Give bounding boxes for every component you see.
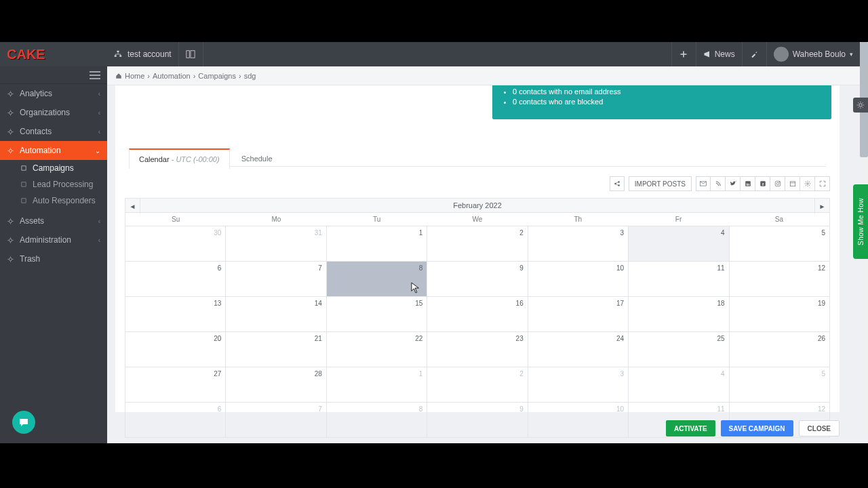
calendar-cell[interactable]: 5: [730, 367, 830, 403]
calendar-cell[interactable]: 7: [226, 403, 326, 438]
tab-calendar[interactable]: Calendar - UTC (-00:00): [129, 148, 230, 169]
calendar-cell[interactable]: 21: [226, 332, 326, 367]
calendar-day-number: 16: [516, 300, 524, 307]
calendar-cell[interactable]: 1: [327, 226, 427, 262]
activate-button[interactable]: ACTIVATE: [666, 420, 715, 436]
account-switcher[interactable]: test account: [107, 42, 179, 66]
calendar-day-number: 26: [818, 335, 825, 342]
svg-rect-0: [117, 51, 119, 52]
calendar-cell[interactable]: 2: [427, 226, 528, 262]
calendar-cell[interactable]: 6: [125, 262, 226, 297]
logo-text: CAKE: [7, 47, 45, 62]
avatar: [774, 47, 789, 62]
calendar-cell[interactable]: 19: [730, 297, 830, 332]
calendar-cell[interactable]: 30: [125, 226, 226, 262]
calendar-cell[interactable]: 10: [528, 262, 629, 297]
tools-button[interactable]: [742, 42, 766, 66]
close-button[interactable]: CLOSE: [799, 420, 840, 436]
calendar-cell[interactable]: 25: [629, 332, 729, 367]
sidebar-item-analytics[interactable]: Analytics‹: [0, 84, 107, 103]
calendar-cell[interactable]: 20: [125, 332, 226, 367]
tab-schedule[interactable]: Schedule: [232, 149, 282, 168]
sidebar-collapse[interactable]: [0, 66, 107, 84]
sidebar-item-administration[interactable]: Administration‹: [0, 230, 107, 249]
breadcrumb-automation[interactable]: Automation: [153, 72, 191, 80]
calendar-cell[interactable]: 10: [528, 403, 629, 438]
calendar-dow: Fr: [628, 213, 728, 226]
svg-point-12: [9, 220, 12, 222]
fullscreen-icon-button[interactable]: [815, 176, 830, 191]
twitter-icon-button[interactable]: [726, 176, 741, 191]
feed-icon-button[interactable]: [711, 176, 726, 191]
calendar-prev[interactable]: ◄: [125, 199, 140, 214]
calendar-cell[interactable]: 28: [226, 367, 326, 403]
calendar-cell[interactable]: 6: [125, 403, 226, 438]
save-campaign-button[interactable]: SAVE CAMPAIGN: [721, 420, 793, 436]
calendar-cell[interactable]: 9: [427, 403, 528, 438]
calendar-cell[interactable]: 8: [327, 403, 427, 438]
chat-launcher[interactable]: [12, 411, 35, 434]
calendar-cell[interactable]: 14: [226, 297, 326, 332]
share-button[interactable]: [610, 176, 625, 191]
calendar-cell[interactable]: 4: [629, 367, 729, 403]
calendar-cell[interactable]: 8: [327, 262, 427, 297]
import-posts-button[interactable]: IMPORT POSTS: [629, 176, 692, 191]
calendar-day-number: 31: [315, 229, 322, 237]
calendar-cell[interactable]: 18: [629, 297, 729, 332]
calendar-cell[interactable]: 24: [528, 332, 629, 367]
email-icon-button[interactable]: [696, 176, 711, 191]
calendar-cell[interactable]: 5: [730, 226, 830, 262]
calendar-cell[interactable]: 12: [730, 262, 830, 297]
calendar-cell[interactable]: 22: [327, 332, 427, 367]
sidebar-sub-lead-processing[interactable]: Lead Processing: [0, 176, 107, 192]
nav-label: Automation: [20, 146, 61, 155]
sidebar-sub-campaigns[interactable]: Campaigns: [0, 160, 107, 176]
linkedin-icon-button[interactable]: in: [741, 176, 755, 191]
tab-calendar-tz: - UTC (-00:00): [170, 155, 220, 163]
calendar-cell[interactable]: 9: [427, 262, 528, 297]
breadcrumb-home[interactable]: Home: [125, 72, 144, 80]
add-button[interactable]: [671, 42, 696, 66]
instagram-icon-button[interactable]: [770, 176, 785, 191]
calendar-cell[interactable]: 23: [427, 332, 528, 367]
layout-toggle-button[interactable]: [179, 42, 203, 66]
sidebar-item-automation[interactable]: Automation⌄: [0, 141, 107, 160]
calendar-cell[interactable]: 2: [427, 367, 528, 403]
calendar-cell[interactable]: 7: [226, 262, 326, 297]
sidebar-item-contacts[interactable]: Contacts‹: [0, 122, 107, 141]
calendar-cell[interactable]: 31: [226, 226, 326, 262]
calendar-cell[interactable]: 13: [125, 297, 226, 332]
calendar-cell[interactable]: 27: [125, 367, 226, 403]
calendar-day-number: 21: [315, 335, 322, 342]
calendar-dow: Sa: [729, 213, 829, 226]
sidebar-sub-auto-responders[interactable]: Auto Responders: [0, 192, 107, 209]
user-menu[interactable]: Waheeb Boulo ▾: [766, 42, 860, 66]
calendar-next[interactable]: ►: [814, 199, 829, 214]
calendar-cell[interactable]: 17: [528, 297, 629, 332]
news-button[interactable]: News: [696, 42, 742, 66]
calendar-cell[interactable]: 3: [528, 226, 629, 262]
calendar-dow: Tu: [327, 213, 427, 226]
calendar-cell[interactable]: 26: [730, 332, 830, 367]
breadcrumb-campaigns[interactable]: Campaigns: [198, 72, 236, 80]
calendar-cell[interactable]: 11: [629, 262, 729, 297]
tab-calendar-label: Calendar: [139, 155, 170, 163]
facebook-icon-button[interactable]: f: [755, 176, 770, 191]
sidebar-item-organizations[interactable]: Organizations‹: [0, 103, 107, 122]
calendar-cell[interactable]: 1: [327, 367, 427, 403]
settings-drawer-toggle[interactable]: [853, 98, 868, 113]
show-me-how-tab[interactable]: Show Me How: [853, 184, 868, 259]
logo[interactable]: CAKE: [0, 42, 107, 66]
settings-icon-button[interactable]: [800, 176, 815, 191]
calendar-cell[interactable]: 3: [528, 367, 629, 403]
calendar-day-number: 20: [214, 335, 221, 342]
calendar-icon-button[interactable]: [785, 176, 800, 191]
calendar-cell[interactable]: 15: [327, 297, 427, 332]
calendar-day-number: 27: [214, 370, 221, 378]
sidebar-item-assets[interactable]: Assets‹: [0, 211, 107, 230]
calendar-cell[interactable]: 4: [629, 226, 729, 262]
sidebar-item-trash[interactable]: Trash: [0, 249, 107, 268]
calendar-toolbar: IMPORT POSTS in f: [610, 176, 830, 191]
hamburger-icon: [90, 71, 100, 79]
calendar-cell[interactable]: 16: [427, 297, 528, 332]
